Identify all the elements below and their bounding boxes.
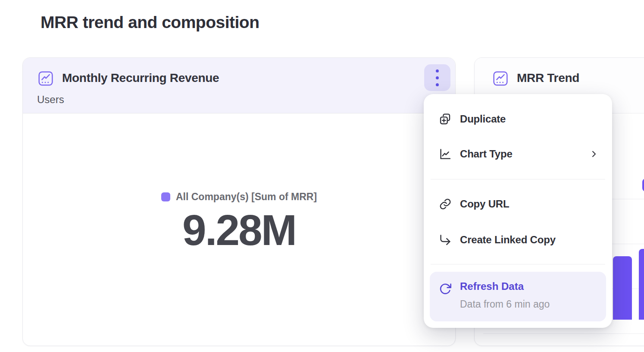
menu-item-label: Duplicate bbox=[460, 113, 506, 125]
mrr-kpi-card-header: Monthly Recurring Revenue Users bbox=[23, 58, 455, 113]
kebab-dot bbox=[436, 76, 439, 79]
duplicate-icon bbox=[438, 112, 452, 126]
dashboard-screen: MRR trend and composition Monthly Recurr… bbox=[0, 0, 644, 352]
menu-item-copy-url[interactable]: Copy URL bbox=[424, 192, 612, 217]
gridline bbox=[483, 333, 644, 334]
menu-item-label: Chart Type bbox=[460, 148, 513, 160]
kebab-menu-button[interactable] bbox=[424, 64, 450, 91]
page-title: MRR trend and composition bbox=[41, 13, 259, 32]
mrr-kpi-card: Monthly Recurring Revenue Users All Comp… bbox=[22, 57, 456, 346]
bar-december[interactable] bbox=[613, 256, 632, 320]
menu-item-label: Copy URL bbox=[460, 198, 509, 210]
menu-item-label: Refresh Data bbox=[460, 280, 524, 292]
card-context-menu: Duplicate Chart Type bbox=[424, 94, 612, 328]
legend-swatch bbox=[161, 192, 170, 201]
menu-item-duplicate[interactable]: Duplicate bbox=[424, 107, 612, 132]
kpi-legend: All Company(s) [Sum of MRR] bbox=[161, 191, 317, 203]
mrr-trend-card-title: MRR Trend bbox=[517, 71, 579, 85]
corner-down-right-icon bbox=[438, 233, 452, 247]
chart-type-icon bbox=[438, 147, 452, 161]
legend-label: All Company(s) [Sum of MRR] bbox=[176, 191, 317, 203]
refresh-data-age: Data from 6 min ago bbox=[460, 299, 550, 310]
menu-item-refresh-data[interactable]: Refresh Data Data from 6 min ago bbox=[430, 272, 606, 321]
bar-january[interactable] bbox=[639, 249, 644, 320]
mrr-kpi-card-body: All Company(s) [Sum of MRR] 9.28M bbox=[23, 113, 455, 346]
refresh-icon bbox=[438, 282, 452, 296]
chart-widget-icon bbox=[492, 70, 509, 87]
link-icon bbox=[438, 197, 452, 211]
kebab-dot bbox=[436, 83, 439, 86]
mrr-kpi-card-subtitle: Users bbox=[37, 94, 64, 106]
menu-divider bbox=[431, 264, 605, 264]
mrr-kpi-card-title: Monthly Recurring Revenue bbox=[62, 71, 219, 85]
menu-item-create-linked-copy[interactable]: Create Linked Copy bbox=[424, 227, 612, 252]
menu-divider bbox=[431, 179, 605, 179]
chevron-right-icon bbox=[589, 149, 599, 159]
kpi-value: 9.28M bbox=[182, 205, 296, 255]
menu-item-label: Create Linked Copy bbox=[460, 234, 556, 246]
menu-item-chart-type[interactable]: Chart Type bbox=[424, 141, 612, 167]
kebab-dot bbox=[436, 69, 439, 72]
chart-widget-icon bbox=[37, 70, 54, 87]
trend-legend-swatch bbox=[642, 179, 644, 192]
